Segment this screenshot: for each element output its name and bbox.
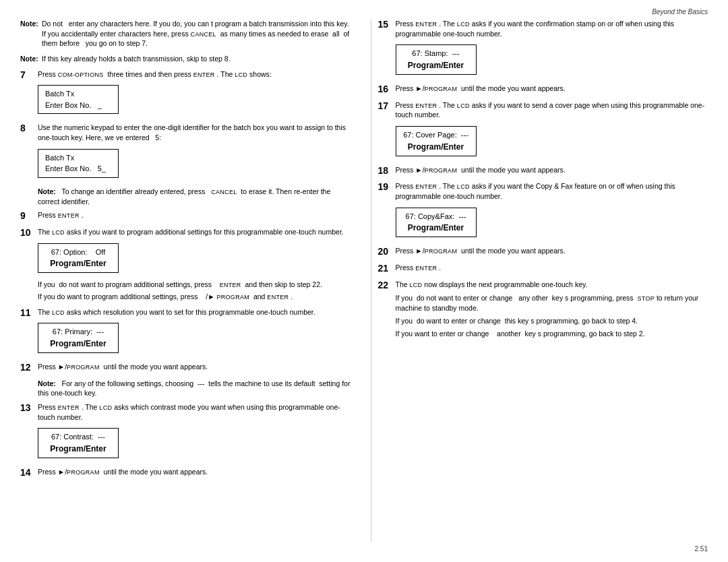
lcd-box-19: 67: Copy&Fax: --- Program/Enter: [396, 208, 477, 238]
step-10-note1: If you do not want to program additional…: [38, 280, 351, 290]
step-22-num: 22: [378, 280, 392, 291]
step-7-num: 7: [20, 69, 34, 81]
step-20-num: 20: [378, 246, 392, 257]
lcd-10-line1: 67: Option: Off: [45, 247, 111, 258]
lcd-box-8: Batch Tx Enter Box No. 5_: [38, 149, 119, 178]
step-16-num: 16: [378, 84, 392, 95]
step-9: 9 Press ENTER .: [20, 210, 351, 222]
step-8: 8 Use the numeric keypad to enter the on…: [20, 123, 351, 181]
step-18: 18 Press ►/PROGRAM until the mode you wa…: [378, 165, 708, 177]
lcd-8-line2: Enter Box No. 5_: [45, 163, 111, 175]
step-10-num: 10: [20, 227, 34, 239]
step-15-content: Press ENTER . The LCD asks if you want t…: [396, 19, 708, 78]
step-13: 13 Press ENTER . The LCD asks which cont…: [20, 402, 351, 462]
lcd-17-line1: 67: Cover Page: ---: [403, 129, 469, 141]
step-9-content: Press ENTER .: [38, 210, 351, 220]
step-10-content: The LCD asks if you want to program addi…: [38, 227, 351, 302]
step-19-content: Press ENTER . The LCD asks if you want t…: [396, 181, 708, 241]
step-14-text: Press ►/PROGRAM until the mode you want …: [38, 468, 208, 476]
step-13-num: 13: [20, 402, 34, 414]
step-8-content: Use the numeric keypad to enter the one-…: [38, 123, 351, 181]
note-2-label: Note:: [20, 54, 39, 64]
lcd-7-line1: Batch Tx: [45, 88, 111, 100]
step-13-content: Press ENTER . The LCD asks which contras…: [38, 402, 351, 462]
step-11: 11 The LCD asks which resolution you wan…: [20, 307, 351, 356]
note-3: Note: To change an identifier already en…: [38, 187, 351, 206]
step-18-text: Press ►/PROGRAM until the mode you want …: [396, 166, 566, 174]
step-15-num: 15: [378, 19, 392, 30]
note-1-text: Do not enter any characters here. If you…: [42, 19, 351, 49]
lcd-11-line1: 67: Primary: ---: [45, 326, 111, 338]
step-22-text: The LCD now displays the next programmab…: [396, 280, 588, 288]
right-column: 15 Press ENTER . The LCD asks if you wan…: [371, 19, 708, 542]
step-20: 20 Press ►/PROGRAM until the mode you wa…: [378, 246, 708, 257]
page-number: 2.51: [695, 545, 708, 553]
step-11-text: The LCD asks which resolution you want t…: [38, 308, 315, 316]
step-8-num: 8: [20, 123, 34, 134]
step-20-content: Press ►/PROGRAM until the mode you want …: [396, 246, 708, 256]
left-column: Note: Do not enter any characters here. …: [20, 19, 357, 542]
note-1-label: Note:: [20, 19, 39, 49]
step-8-text: Use the numeric keypad to enter the one-…: [38, 123, 346, 142]
step-19-num: 19: [378, 181, 392, 193]
step-17-text: Press ENTER . The LCD asks if you want t…: [396, 101, 705, 119]
lcd-10-line2: Program/Enter: [45, 257, 111, 270]
step-10: 10 The LCD asks if you want to program a…: [20, 227, 351, 302]
step-20-text: Press ►/PROGRAM until the mode you want …: [396, 247, 566, 255]
page-header: Beyond the Basics: [652, 8, 708, 15]
lcd-19-line1: 67: Copy&Fax: ---: [403, 211, 469, 222]
lcd-11-line2: Program/Enter: [45, 338, 111, 350]
step-16-content: Press ►/PROGRAM until the mode you want …: [396, 84, 708, 94]
step-7-text: Press COM-OPTIONS three times and then p…: [38, 70, 272, 78]
note-3-label: Note:: [38, 187, 60, 195]
lcd-13-line2: Program/Enter: [45, 443, 111, 455]
note-1: Note: Do not enter any characters here. …: [20, 19, 351, 49]
step-9-text: Press ENTER .: [38, 211, 84, 219]
step-14: 14 Press ►/PROGRAM until the mode you wa…: [20, 467, 351, 478]
step-22: 22 The LCD now displays the next program…: [378, 280, 708, 340]
note-12-text: For any of the following settings, choos…: [38, 379, 350, 398]
step-17-content: Press ENTER . The LCD asks if you want t…: [396, 100, 708, 160]
step-16: 16 Press ►/PROGRAM until the mode you wa…: [378, 84, 708, 95]
note-12-label: Note:: [38, 379, 60, 387]
lcd-7-line2: Enter Box No. _: [45, 100, 111, 111]
lcd-15-line1: 67: Stamp: ---: [403, 48, 469, 59]
step-14-num: 14: [20, 467, 34, 478]
step-11-content: The LCD asks which resolution you want t…: [38, 307, 351, 356]
lcd-15-line2: Program/Enter: [403, 59, 469, 71]
lcd-13-line1: 67: Contrast: ---: [45, 431, 111, 443]
step-19-text: Press ENTER . The LCD asks if you want t…: [396, 182, 675, 200]
step-7-content: Press COM-OPTIONS three times and then p…: [38, 69, 351, 118]
step-11-num: 11: [20, 307, 34, 319]
note-3-text: To change an identifier already entered,…: [38, 187, 330, 206]
step-12-text: Press ►/PROGRAM until the mode you want …: [38, 363, 208, 371]
step-22-note3: If you want to enter or change another k…: [396, 329, 708, 340]
step-13-text: Press ENTER . The LCD asks which contras…: [38, 403, 340, 421]
step-12-num: 12: [20, 362, 34, 373]
step-12: 12 Press ►/PROGRAM until the mode you wa…: [20, 362, 351, 373]
header-title: Beyond the Basics: [652, 8, 708, 15]
lcd-box-15: 67: Stamp: --- Program/Enter: [396, 44, 477, 75]
page-footer: 2.51: [695, 545, 708, 553]
step-10-note2: If you do want to program additional set…: [38, 292, 351, 302]
lcd-19-line2: Program/Enter: [403, 222, 469, 234]
step-17-num: 17: [378, 100, 392, 112]
step-15: 15 Press ENTER . The LCD asks if you wan…: [378, 19, 708, 78]
step-12-content: Press ►/PROGRAM until the mode you want …: [38, 362, 351, 372]
lcd-8-line1: Batch Tx: [45, 152, 111, 164]
step-19: 19 Press ENTER . The LCD asks if you wan…: [378, 181, 708, 241]
note-2: Note: If this key already holds a batch …: [20, 54, 351, 64]
step-21-content: Press ENTER .: [396, 263, 708, 273]
step-18-content: Press ►/PROGRAM until the mode you want …: [396, 165, 708, 175]
lcd-box-11: 67: Primary: --- Program/Enter: [38, 323, 119, 353]
step-7: 7 Press COM-OPTIONS three times and then…: [20, 69, 351, 118]
step-22-note1: If you do not want to enter or change an…: [396, 293, 708, 315]
step-10-text: The LCD asks if you want to program addi…: [38, 228, 344, 236]
lcd-box-10: 67: Option: Off Program/Enter: [38, 243, 119, 274]
step-22-content: The LCD now displays the next programmab…: [396, 280, 708, 340]
step-21-text: Press ENTER .: [396, 263, 442, 272]
step-21-num: 21: [378, 263, 392, 274]
step-15-text: Press ENTER . The LCD asks if you want t…: [396, 20, 675, 38]
lcd-box-7: Batch Tx Enter Box No. _: [38, 85, 119, 114]
lcd-17-line2: Program/Enter: [403, 141, 469, 153]
